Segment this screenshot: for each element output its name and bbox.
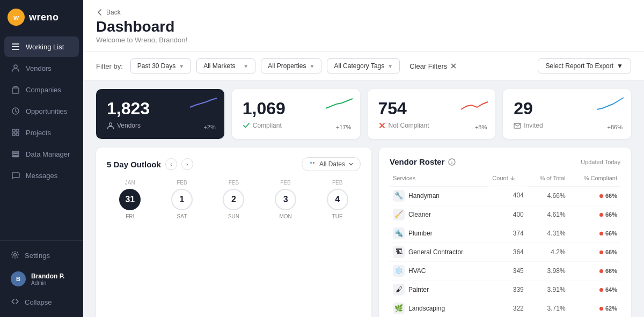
data-manager-icon [11, 149, 20, 159]
export-select[interactable]: Select Report To Export ▼ [538, 58, 631, 73]
sidebar-item-projects[interactable]: Projects [4, 122, 79, 143]
svg-rect-11 [12, 154, 19, 156]
service-name: HVAC [408, 267, 426, 275]
updated-text: Updated Today [581, 159, 620, 165]
pct-total-cell: 3.91% [527, 280, 569, 299]
pct-total-cell: 4.61% [527, 205, 569, 224]
stat-change: +8% [475, 124, 487, 130]
pct-compliant-cell: 66% [569, 224, 620, 242]
table-row: 🔧 Handyman 404 4.66% 66% [390, 186, 620, 205]
user-profile[interactable]: B Brandon P. Admin [4, 266, 79, 292]
pct-total-cell: 3.98% [527, 261, 569, 280]
chevron-down-icon: ▼ [617, 62, 623, 70]
day-name: TUE [332, 213, 343, 219]
sidebar-item-data-manager[interactable]: Data Manager [4, 144, 79, 164]
all-dates-button[interactable]: All Dates [302, 157, 361, 171]
sidebar-bottom: Settings B Brandon P. Admin Collapse [0, 240, 83, 317]
stat-sparkline [461, 95, 488, 112]
compliant-dot [599, 307, 603, 311]
table-row: 🔩 Plumber 374 4.31% 66% [390, 224, 620, 242]
day-month: FEB [332, 180, 342, 186]
properties-filter[interactable]: All Properties ▼ [261, 58, 321, 73]
compliant-dot [599, 213, 603, 217]
count-cell: 345 [489, 261, 526, 280]
compliant-dot [599, 269, 603, 273]
day-col-feb1: FEB 1 SAT [159, 180, 206, 219]
outlook-prev-button[interactable]: ‹ [165, 158, 177, 170]
markets-value: All Markets [203, 62, 235, 70]
page-header: Back Dashboard Welcome to Wreno, Brandon… [83, 0, 644, 52]
service-cell: 🖌 Painter [390, 280, 489, 299]
day-col-feb3: FEB 3 MON [262, 180, 309, 219]
day-name: FRI [126, 213, 134, 219]
col-count: Count [489, 173, 526, 186]
settings-label: Settings [25, 252, 50, 260]
collapse-button[interactable]: Collapse [4, 292, 79, 313]
outlook-next-button[interactable]: › [181, 158, 193, 170]
pct-compliant-cell: 66% [569, 242, 620, 261]
sidebar-item-label: Messages [26, 172, 57, 180]
day-name: SUN [228, 213, 239, 219]
service-name: General Contractor [408, 248, 463, 256]
day-circle: 31 [119, 189, 141, 210]
stat-change: +17% [336, 124, 351, 130]
count-cell: 404 [489, 186, 526, 205]
clear-filters-button[interactable]: Clear Filters [405, 60, 462, 72]
back-label: Back [106, 9, 121, 16]
pct-total-cell: 4.31% [527, 224, 569, 242]
sidebar-item-label: Projects [26, 129, 51, 137]
svg-rect-9 [16, 133, 19, 136]
compliant-dot [599, 232, 603, 235]
compliant-dot [599, 250, 603, 254]
all-dates-label: All Dates [319, 160, 345, 168]
opportunities-icon [11, 106, 20, 116]
day-circle: 2 [223, 189, 244, 210]
roster-card: Vendor Roster i Updated Today Services C… [379, 148, 631, 317]
sidebar-item-companies[interactable]: Companies [4, 79, 79, 100]
user-name: Brandon P. [31, 272, 64, 280]
compliant-dot [599, 194, 603, 198]
col-pct-compliant: % Compliant [569, 173, 620, 186]
sidebar: w wreno Working List Vendors Companies [0, 0, 83, 317]
day-month: FEB [280, 180, 290, 186]
chevron-down-icon: ▼ [387, 63, 393, 69]
sidebar-item-vendors[interactable]: Vendors [4, 58, 79, 78]
count-cell: 374 [489, 224, 526, 242]
stat-label: Invited [514, 122, 620, 129]
pct-compliant-cell: 66% [569, 205, 620, 224]
svg-rect-0 [12, 43, 19, 45]
user-info: Brandon P. Admin [31, 272, 64, 286]
count-cell: 364 [489, 242, 526, 261]
compliant-dot [599, 288, 603, 292]
table-row: ❄️ HVAC 345 3.98% 66% [390, 261, 620, 280]
filter-label: Filter by: [96, 62, 123, 70]
svg-point-13 [14, 254, 17, 256]
svg-point-20 [310, 162, 312, 164]
sidebar-nav: Working List Vendors Companies Opportuni… [0, 36, 83, 240]
stat-label: Compliant [243, 122, 349, 129]
pct-compliant-cell: 66% [569, 261, 620, 280]
pct-total-cell: 4.2% [527, 242, 569, 261]
settings-item[interactable]: Settings [4, 245, 79, 266]
stat-sparkline [190, 95, 217, 112]
sidebar-item-messages[interactable]: Messages [4, 165, 79, 186]
stat-card-invited: 29 Invited +86% [503, 89, 631, 139]
service-name: Plumber [408, 230, 433, 237]
pct-compliant-cell: 64% [569, 280, 620, 299]
content-row: 5 Day Outlook ‹ › All Dates JAN 31 [83, 148, 644, 317]
outlook-title: 5 Day Outlook [107, 160, 161, 169]
markets-filter[interactable]: All Markets ▼ [196, 58, 255, 73]
sidebar-item-opportunities[interactable]: Opportunities [4, 101, 79, 121]
back-button[interactable]: Back [96, 9, 631, 16]
service-cell: 🏗 General Contractor [390, 242, 489, 261]
service-icon: 🔩 [393, 227, 405, 239]
date-range-filter[interactable]: Past 30 Days ▼ [130, 58, 191, 73]
sidebar-item-working-list[interactable]: Working List [4, 36, 79, 57]
service-name: Cleaner [408, 211, 431, 218]
day-month: FEB [229, 180, 239, 186]
sidebar-item-label: Opportunities [26, 107, 67, 115]
chevron-down-icon: ▼ [179, 63, 184, 69]
compliant-badge: 66% [599, 230, 617, 237]
collapse-icon [11, 297, 19, 307]
category-tags-filter[interactable]: All Category Tags ▼ [327, 58, 400, 73]
